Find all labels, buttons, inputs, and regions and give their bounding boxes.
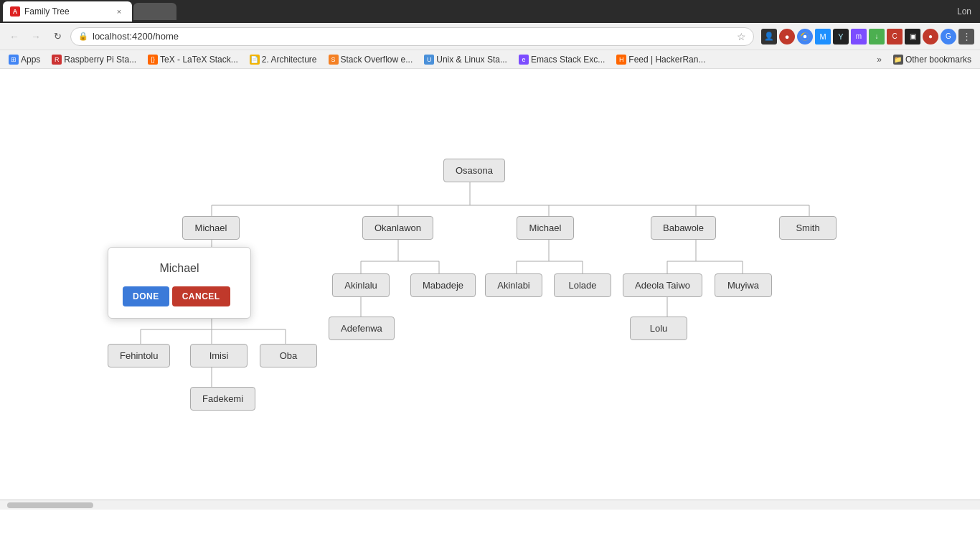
bookmark-tex[interactable]: {} TeX - LaTeX Stack... [142, 53, 244, 66]
cancel-button[interactable]: CANCEL [172, 286, 230, 306]
node-fadekemi[interactable]: Fadekemi [190, 387, 255, 411]
ext-icon-5[interactable]: Y [833, 29, 849, 44]
node-smith[interactable]: Smith [779, 216, 837, 240]
active-tab[interactable]: A Family Tree × [3, 1, 132, 22]
node-oba[interactable]: Oba [260, 344, 317, 367]
ext-icon-10[interactable]: ● [923, 29, 938, 44]
ext-icon-12[interactable]: ⋮ [958, 29, 974, 44]
back-button[interactable]: ← [6, 28, 23, 45]
scrollbar-thumb[interactable] [7, 502, 93, 508]
tab-favicon: A [10, 6, 20, 17]
bookmark-favicon-emacs: e [519, 55, 529, 65]
bookmark-favicon-other: 📁 [893, 55, 903, 65]
ext-icon-2[interactable]: ● [779, 29, 795, 44]
ext-icon-1[interactable]: 👤 [761, 29, 777, 44]
bookmark-more-button[interactable]: » [872, 53, 886, 66]
node-akinlabi[interactable]: Akinlabi [485, 273, 542, 297]
page-content: Osasona Michael Okanlawon Michael Babawo… [0, 69, 980, 514]
browser-chrome: A Family Tree × Lon ← → ↻ 🔒 localhost:42… [0, 0, 980, 69]
extension-bar: 👤 ● M Y m ↓ C ▣ ● G ⋮ [758, 29, 974, 44]
ext-icon-6[interactable]: m [851, 29, 867, 44]
bookmark-emacs[interactable]: e Emacs Stack Exc... [513, 53, 611, 66]
bookmark-favicon-so: S [329, 55, 339, 65]
bookmark-favicon-architecture: 📄 [250, 55, 260, 65]
bookmark-favicon-hn: H [616, 55, 626, 65]
bookmark-raspberry[interactable]: R Raspberry Pi Sta... [46, 53, 142, 66]
forward-button[interactable]: → [27, 28, 44, 45]
svg-point-1 [804, 34, 807, 38]
popup-title: Michael [123, 262, 236, 275]
node-babawole[interactable]: Babawole [651, 216, 716, 240]
tab-close-button[interactable]: × [113, 6, 125, 17]
bookmark-star-icon[interactable]: ☆ [737, 31, 746, 42]
ext-icon-11[interactable]: G [941, 29, 956, 44]
node-lolade[interactable]: Lolade [554, 273, 611, 297]
bookmark-label-raspberry: Raspberry Pi Sta... [64, 55, 136, 65]
popup-buttons: DONE CANCEL [123, 286, 236, 306]
node-michael1[interactable]: Michael [182, 216, 240, 240]
bookmark-label-architecture: 2. Architecture [262, 55, 317, 65]
node-adeola-taiwo[interactable]: Adeola Taiwo [623, 273, 702, 297]
horizontal-scrollbar[interactable] [0, 500, 980, 510]
bookmark-favicon-tex: {} [148, 55, 158, 65]
node-imisi[interactable]: Imisi [190, 344, 248, 367]
bookmark-label-apps: Apps [21, 55, 40, 65]
node-fehintolu[interactable]: Fehintolu [108, 344, 170, 367]
ext-icon-4[interactable]: M [815, 29, 831, 44]
ext-icon-9[interactable]: ▣ [905, 29, 920, 44]
node-lolu[interactable]: Lolu [630, 317, 687, 340]
bookmark-favicon-unix: U [424, 55, 434, 65]
address-bar[interactable]: 🔒 localhost:4200/home ☆ [70, 27, 754, 46]
bookmark-other[interactable]: 📁 Other bookmarks [887, 53, 977, 66]
tree-container: Osasona Michael Okanlawon Michael Babawo… [0, 69, 980, 500]
bookmark-stackoverflow[interactable]: S Stack Overflow e... [323, 53, 419, 66]
lock-icon: 🔒 [78, 32, 88, 41]
tab-bar: A Family Tree × Lon [0, 0, 980, 23]
bookmark-favicon-raspberry: R [52, 55, 62, 65]
node-michael2[interactable]: Michael [517, 216, 574, 240]
bookmark-label-unix: Unix & Linux Sta... [436, 55, 507, 65]
inactive-tab[interactable] [133, 3, 176, 20]
ext-icon-8[interactable]: C [887, 29, 903, 44]
bookmark-label-so: Stack Overflow e... [341, 55, 413, 65]
bookmark-label-tex: TeX - LaTeX Stack... [160, 55, 238, 65]
bookmark-hackernews[interactable]: H Feed | HackerRan... [611, 53, 711, 66]
address-text: localhost:4200/home [93, 31, 179, 42]
node-muyiwa[interactable]: Muyiwa [715, 273, 772, 297]
tab-title: Family Tree [24, 6, 70, 17]
done-button[interactable]: DONE [123, 286, 169, 306]
bookmark-label-hn: Feed | HackerRan... [628, 55, 705, 65]
bookmark-label-other: Other bookmarks [905, 55, 971, 65]
bookmark-unix[interactable]: U Unix & Linux Sta... [418, 53, 513, 66]
nav-bar: ← → ↻ 🔒 localhost:4200/home ☆ 👤 ● M Y m … [0, 23, 980, 50]
node-mabadeje[interactable]: Mabadeje [410, 273, 476, 297]
node-akinlalu[interactable]: Akinlalu [332, 273, 390, 297]
node-adefenwa[interactable]: Adefenwa [329, 317, 395, 340]
ext-icon-3[interactable] [797, 29, 813, 44]
ext-icon-7[interactable]: ↓ [869, 29, 885, 44]
bookmark-favicon-apps: ⊞ [9, 55, 19, 65]
reload-button[interactable]: ↻ [49, 28, 66, 45]
top-right-user: Lon [957, 6, 977, 17]
bookmark-architecture[interactable]: 📄 2. Architecture [244, 53, 323, 66]
node-okanlawon[interactable]: Okanlawon [362, 216, 433, 240]
node-osasona[interactable]: Osasona [443, 159, 505, 182]
bookmarks-bar: ⊞ Apps R Raspberry Pi Sta... {} TeX - La… [0, 50, 980, 69]
bookmark-label-emacs: Emacs Stack Exc... [531, 55, 605, 65]
bookmark-apps[interactable]: ⊞ Apps [3, 53, 46, 66]
popup-dialog: Michael DONE CANCEL [108, 247, 251, 319]
